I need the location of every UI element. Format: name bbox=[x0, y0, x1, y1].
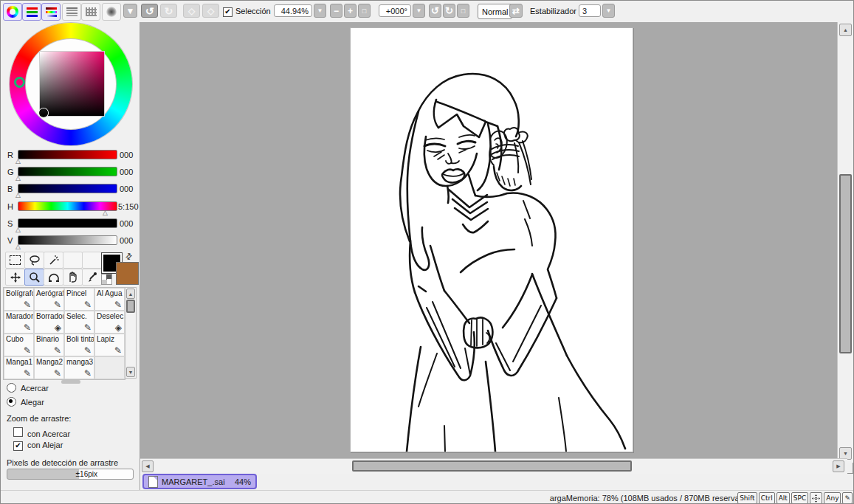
shift-key-button[interactable]: Shift bbox=[737, 492, 757, 504]
green-slider[interactable] bbox=[18, 167, 117, 176]
panel-splitter-handle[interactable] bbox=[61, 380, 80, 384]
tool-empty-slot[interactable] bbox=[94, 356, 125, 379]
vertical-scrollbar[interactable]: ▲ ▼ bbox=[837, 22, 853, 463]
hand-tool[interactable] bbox=[63, 269, 83, 286]
eyedropper-tool[interactable] bbox=[82, 269, 102, 286]
tool-boli-tinta[interactable]: Boli tinta✎ bbox=[64, 334, 94, 356]
rgb-slider-panel-toggle[interactable] bbox=[22, 3, 41, 21]
zoom-reset-button[interactable]: □ bbox=[358, 4, 371, 18]
rotate-canvas-tool[interactable] bbox=[44, 269, 63, 286]
tool-pincel[interactable]: Pincel✎ bbox=[64, 288, 94, 311]
radio-alegar[interactable]: Alegar bbox=[7, 397, 44, 407]
tool-boligrafo[interactable]: Bolígrafo✎ bbox=[4, 288, 34, 311]
toolbar-dropdown-button[interactable]: ▼ bbox=[123, 4, 137, 18]
tool-al-agua[interactable]: Al Agua✎ bbox=[94, 288, 125, 311]
angle-value-field[interactable]: +000° bbox=[379, 4, 411, 17]
radio-acercar[interactable]: Acercar bbox=[7, 383, 49, 393]
canvas-page[interactable] bbox=[350, 27, 633, 452]
hue-ring-marker[interactable] bbox=[14, 77, 25, 88]
angle-reset-button[interactable]: □ bbox=[457, 4, 469, 18]
tool-deselec[interactable]: Deselec.◈ bbox=[94, 311, 125, 334]
selection-checkbox[interactable]: ✔ bbox=[223, 7, 233, 17]
flip-canvas-button[interactable]: ⇄ bbox=[509, 4, 523, 18]
zoom-tool[interactable] bbox=[24, 269, 44, 286]
blue-slider[interactable] bbox=[18, 184, 117, 193]
pan-mode-button[interactable] bbox=[810, 492, 822, 504]
tool-lapiz[interactable]: Lapiz✎ bbox=[94, 334, 125, 356]
color-wheel[interactable] bbox=[10, 23, 132, 145]
tool-binario[interactable]: Binario✎ bbox=[34, 334, 64, 356]
tool-borrador[interactable]: Borrador◈ bbox=[34, 311, 64, 334]
lasso-tool[interactable] bbox=[24, 252, 44, 269]
tool-selec[interactable]: Selec.✎ bbox=[64, 311, 94, 334]
slider-marker[interactable]: △ bbox=[16, 244, 21, 250]
canvas-viewport[interactable] bbox=[140, 22, 837, 458]
horizontal-scrollbar-thumb[interactable] bbox=[352, 460, 632, 472]
tool-grid-scrollbar[interactable]: ▲ ▼ bbox=[125, 287, 137, 379]
mixed-slider-panel-toggle[interactable] bbox=[41, 3, 61, 21]
tool-grid: Bolígrafo✎ Aerógraf✎ Pincel✎ Al Agua✎ Ma… bbox=[3, 287, 125, 380]
undo-button[interactable]: ↺ bbox=[141, 4, 158, 18]
slider-marker[interactable]: △ bbox=[16, 192, 21, 199]
background-color-swatch[interactable] bbox=[116, 262, 139, 285]
deselect-button[interactable]: ◇ bbox=[183, 4, 200, 18]
checkbox-con-acercar[interactable]: con Acercar bbox=[13, 427, 70, 438]
slider-marker[interactable]: △ bbox=[16, 158, 21, 165]
rotate-ccw-button[interactable]: ↺ bbox=[429, 4, 441, 18]
dot-grid-panel-toggle[interactable] bbox=[81, 3, 100, 21]
rotate-cw-button[interactable]: ↻ bbox=[443, 4, 455, 18]
empty-tool-slot[interactable] bbox=[82, 252, 102, 269]
slider-marker[interactable]: △ bbox=[16, 175, 21, 182]
pen-mode-button[interactable]: ✎ bbox=[842, 492, 853, 504]
redo-button[interactable]: ↻ bbox=[160, 4, 177, 18]
value-slider[interactable] bbox=[18, 235, 117, 245]
alt-key-button[interactable]: Alt bbox=[776, 492, 790, 504]
space-key-button[interactable]: SPC bbox=[791, 492, 808, 504]
select-transform-button[interactable]: ◇ bbox=[202, 4, 219, 18]
tool-aerografo[interactable]: Aerógraf✎ bbox=[34, 288, 64, 311]
stabilizer-dropdown-button[interactable]: ▼ bbox=[602, 4, 615, 18]
slider-marker[interactable]: △ bbox=[16, 227, 21, 233]
vertical-scrollbar-thumb[interactable] bbox=[839, 174, 852, 353]
color-wheel-panel-toggle[interactable] bbox=[3, 3, 22, 21]
status-bar: argaMemoria: 78% (108MB usados / 870MB r… bbox=[1, 490, 854, 504]
empty-tool-slot[interactable] bbox=[63, 252, 83, 269]
zoom-value-field[interactable]: 44.94% bbox=[274, 4, 312, 17]
document-tab[interactable]: MARGARET_.sai 44% bbox=[142, 474, 257, 489]
up-arrow-icon: ▲ bbox=[128, 291, 134, 297]
scroll-right-button[interactable]: ▶ bbox=[833, 460, 844, 472]
zoom-out-button[interactable]: − bbox=[330, 4, 342, 18]
pixels-detection-slider[interactable]: ±16pix bbox=[7, 469, 134, 480]
stabilizer-field[interactable]: 3 bbox=[579, 4, 601, 17]
horizontal-scrollbar[interactable]: ◀ ▶ bbox=[140, 458, 847, 474]
magic-wand-tool[interactable] bbox=[44, 252, 63, 269]
rect-select-tool[interactable] bbox=[5, 252, 25, 269]
tool-manga1[interactable]: Manga1✎ bbox=[4, 356, 34, 379]
blend-mode-button[interactable]: Normal bbox=[478, 4, 512, 19]
brush-texture-panel-toggle[interactable] bbox=[102, 3, 121, 21]
scroll-up-button[interactable]: ▲ bbox=[839, 24, 852, 36]
scroll-down-button[interactable]: ▼ bbox=[126, 367, 135, 377]
angle-dropdown-button[interactable]: ▼ bbox=[413, 4, 425, 18]
any-key-button[interactable]: Any bbox=[824, 492, 841, 504]
zoom-dropdown-button[interactable]: ▼ bbox=[314, 4, 326, 18]
tool-manga3[interactable]: manga3✎ bbox=[64, 356, 94, 379]
slider-marker[interactable]: △ bbox=[103, 210, 108, 216]
sv-cursor[interactable] bbox=[39, 108, 48, 117]
zoom-in-button[interactable]: + bbox=[344, 4, 357, 18]
saturation-slider[interactable] bbox=[18, 218, 117, 228]
red-slider[interactable] bbox=[18, 150, 117, 159]
move-tool[interactable] bbox=[5, 269, 25, 286]
tool-cubo[interactable]: Cubo✎ bbox=[4, 334, 34, 356]
ctrl-key-button[interactable]: Ctrl bbox=[759, 492, 775, 504]
scroll-up-button[interactable]: ▲ bbox=[126, 289, 135, 299]
checkbox-con-alejar[interactable]: ✔con Alejar bbox=[13, 441, 63, 451]
tool-marador[interactable]: Marador✎ bbox=[4, 311, 34, 334]
gray-slider-panel-toggle[interactable] bbox=[62, 3, 81, 21]
saturation-value-square[interactable] bbox=[39, 51, 105, 117]
transparency-toggle-icon[interactable] bbox=[101, 274, 112, 285]
tool-manga2[interactable]: Manga2✎ bbox=[34, 356, 64, 379]
scroll-left-button[interactable]: ◀ bbox=[142, 460, 154, 472]
swap-colors-icon[interactable]: ⇄ bbox=[123, 251, 135, 263]
scrollbar-thumb[interactable] bbox=[126, 300, 135, 313]
